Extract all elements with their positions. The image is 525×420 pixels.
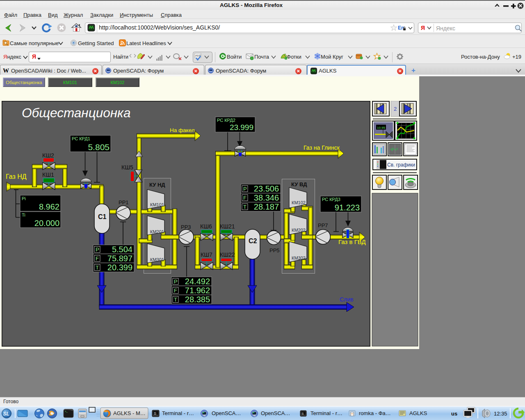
svg-text:F: F [243,195,247,201]
svg-text:T: T [243,204,247,210]
svg-text:Газ НД: Газ НД [6,173,27,180]
svg-text:Газ на Глинск: Газ на Глинск [304,144,340,151]
svg-text:КМ202: КМ202 [292,228,306,233]
svg-text:5.504: 5.504 [112,245,132,254]
svg-text:5.805: 5.805 [88,142,110,152]
svg-text:Terminal - r…: Terminal - r… [310,410,342,416]
svg-text:8.962: 8.962 [39,202,59,211]
svg-text:2: 2 [394,106,397,112]
svg-text:КШ7: КШ7 [201,251,212,258]
svg-text:20.000: 20.000 [34,219,59,228]
svg-text:75.897: 75.897 [107,254,132,263]
svg-text:РР5: РР5 [269,247,280,253]
svg-text:P: P [174,278,178,285]
svg-text:>_: >_ [65,410,68,413]
svg-text:КМ302: КМ302 [292,256,306,260]
svg-text:КШ5: КШ5 [121,164,133,171]
svg-text:20.399: 20.399 [107,263,132,272]
svg-text:КУ НД: КУ НД [149,182,165,188]
svg-text:КШ22: КШ22 [220,251,235,258]
svg-text:71.962: 71.962 [185,286,210,295]
svg-text:romka - Фа…: romka - Фа… [359,410,391,416]
svg-text:Слив: Слив [340,296,354,303]
svg-text:Газ в ГВД: Газ в ГВД [338,238,366,245]
svg-text:Общестанционка: Общестанционка [22,105,130,120]
svg-text:SL: SL [3,411,9,417]
svg-text:23.999: 23.999 [230,123,253,132]
svg-text:КУ ВД: КУ ВД [291,181,307,187]
svg-text:12:35: 12:35 [494,411,507,417]
svg-text:P: P [96,247,99,253]
svg-text:S: S [301,412,304,415]
svg-text:КШ2: КШ2 [42,152,54,159]
svg-text:Pi: Pi [22,196,26,201]
svg-text:OpenSCA…: OpenSCA… [261,410,290,416]
svg-text:На факел: На факел [170,127,195,133]
svg-text:РР1: РР1 [119,199,129,205]
svg-text:F: F [96,256,99,262]
svg-text:24.492: 24.492 [185,277,210,286]
svg-text:AGLKS - M…: AGLKS - M… [113,410,146,416]
svg-text:КМ101: КМ101 [150,202,164,207]
svg-text:F: F [174,288,177,294]
svg-text:P: P [243,186,247,192]
svg-text:КШ6: КШ6 [200,223,212,230]
svg-text:10.95: 10.95 [377,126,386,130]
svg-text:91.223: 91.223 [335,203,360,212]
svg-text:28.187: 28.187 [254,202,279,211]
svg-text:S: S [154,411,156,415]
svg-text:РС КРД1: РС КРД1 [72,136,90,141]
svg-text:РР3: РР3 [181,224,191,230]
svg-text:С2: С2 [249,237,257,244]
svg-text:AGLKS: AGLKS [409,410,427,416]
svg-text:С1: С1 [98,213,107,220]
svg-text:us: us [451,411,457,417]
svg-text:РС КРД2: РС КРД2 [217,118,235,123]
svg-text:OpenSCA…: OpenSCA… [212,410,241,416]
svg-text:КШ1: КШ1 [42,171,54,178]
svg-text:КШ21: КШ21 [220,223,235,230]
svg-text:КМ301: КМ301 [150,257,164,262]
svg-text:23.506: 23.506 [254,184,279,193]
svg-text:КМ102: КМ102 [292,200,306,205]
svg-text:Terminal - r…: Terminal - r… [162,410,194,416]
svg-text:T: T [174,297,177,303]
svg-text:РР7: РР7 [318,222,328,228]
svg-text:Ti: Ti [22,212,25,217]
svg-text:28.385: 28.385 [185,295,210,304]
svg-text:КМ201: КМ201 [150,229,164,234]
svg-text:РС КРД3: РС КРД3 [322,197,340,202]
svg-text:38.346: 38.346 [254,193,279,202]
svg-text:Св. графики: Св. графики [387,162,415,168]
svg-text:T: T [96,265,99,271]
